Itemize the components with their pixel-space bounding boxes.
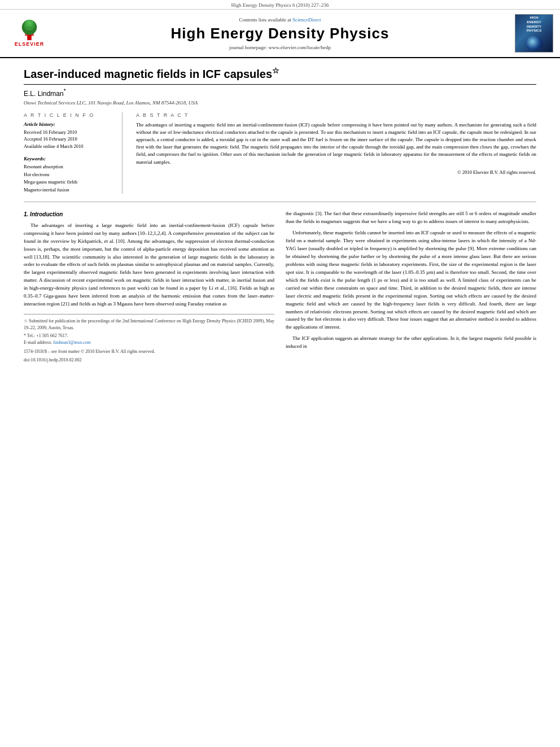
elsevier-tree-icon — [16, 20, 43, 41]
journal-title: High Energy Density Physics — [58, 25, 502, 42]
contents-line: Contents lists available at ScienceDirec… — [58, 17, 502, 23]
abstract-column: A B S T R A C T The advantages of insert… — [136, 112, 536, 194]
page: High Energy Density Physics 6 (2010) 227… — [0, 0, 560, 747]
article-title-star: ☆ — [272, 66, 279, 75]
section-1-heading: 1. Introduction — [24, 210, 274, 219]
journal-cover-image: HIGHENERGYDENSITYPHYSICS — [515, 14, 553, 53]
keyword-4: Magneto-inertial fusion — [24, 186, 113, 194]
journal-reference-bar: High Energy Density Physics 6 (2010) 227… — [0, 0, 560, 10]
article-info-label: A R T I C L E I N F O — [24, 112, 113, 118]
body-para-1: The advantages of inserting a large magn… — [24, 222, 274, 308]
body-two-column: 1. Introduction The advantages of insert… — [24, 210, 536, 364]
keywords-title: Keywords: — [24, 156, 113, 161]
abstract-text: The advantages of inserting a magnetic f… — [136, 121, 536, 166]
keyword-2: Hot electrons — [24, 171, 113, 179]
journal-cover-container: HIGHENERGYDENSITYPHYSICS — [508, 14, 553, 53]
abstract-copyright: © 2010 Elsevier B.V. All rights reserved… — [136, 169, 536, 175]
article-info-column: A R T I C L E I N F O Article history: R… — [24, 112, 123, 194]
sciencedirect-link[interactable]: ScienceDirect — [292, 17, 321, 23]
issn-line: 1574-1818/$ – see front matter © 2010 El… — [24, 348, 274, 355]
elsevier-brand-label: ELSEVIER — [15, 41, 45, 47]
body-para-right-1: the diagnostic [3]. The fact that these … — [286, 210, 536, 226]
received-date: Received 16 February 2010 — [24, 129, 113, 136]
svg-rect-5 — [28, 21, 30, 24]
journal-homepage: journal homepage: www.elsevier.com/locat… — [58, 45, 502, 50]
article-history-title: Article history: — [24, 121, 113, 127]
body-para-right-2: Unfortunately, these magnetic fields can… — [286, 229, 536, 331]
contents-text: Contents lists available at — [239, 17, 291, 23]
footnote-email: E-mail address: lindman3@msn.com — [24, 339, 274, 346]
elsevier-logo-container: ELSEVIER — [7, 20, 52, 47]
article-content: Laser-induced magnetic fields in ICF cap… — [0, 58, 560, 375]
accepted-date: Accepted 16 February 2010 — [24, 136, 113, 143]
email-link[interactable]: lindman3@msn.com — [53, 340, 91, 345]
article-affiliation: Otowi Technical Services LLC, 101 Navajo… — [24, 100, 536, 106]
article-title: Laser-induced magnetic fields in ICF cap… — [24, 66, 536, 85]
journal-cover-globe — [526, 36, 542, 51]
journal-header-center: Contents lists available at ScienceDirec… — [58, 17, 502, 50]
author-asterisk: * — [64, 88, 66, 94]
footnote-star-note: ☆ Submitted for publication in the proce… — [24, 318, 274, 331]
journal-header: ELSEVIER Contents lists available at Sci… — [0, 10, 560, 58]
journal-cover-text: HIGHENERGYDENSITYPHYSICS — [526, 15, 542, 34]
article-author: E.L. Lindman* — [24, 88, 536, 98]
body-column-right: the diagnostic [3]. The fact that these … — [286, 210, 536, 364]
journal-reference-text: High Energy Density Physics 6 (2010) 227… — [231, 2, 329, 8]
doi-line: doi:10.1016/j.hedp.2010.02.002 — [24, 357, 274, 364]
keyword-1: Resonant absorption — [24, 163, 113, 171]
article-info-abstract: A R T I C L E I N F O Article history: R… — [24, 112, 536, 203]
author-name: E.L. Lindman — [24, 90, 64, 98]
elsevier-logo: ELSEVIER — [7, 20, 52, 47]
keyword-3: Mega-gauss magnetic fields — [24, 178, 113, 186]
available-date: Available online 4 March 2010 — [24, 143, 113, 150]
article-title-text: Laser-induced magnetic fields in ICF cap… — [24, 68, 272, 80]
body-column-left: 1. Introduction The advantages of insert… — [24, 210, 274, 364]
footnote-area: ☆ Submitted for publication in the proce… — [24, 314, 274, 364]
abstract-label: A B S T R A C T — [136, 112, 536, 118]
footnote-asterisk-note: * Tel.: +1 505 662 7617. — [24, 333, 274, 339]
body-para-right-3: The ICF application suggests an alternat… — [286, 335, 536, 351]
email-label: E-mail address: — [24, 340, 52, 345]
